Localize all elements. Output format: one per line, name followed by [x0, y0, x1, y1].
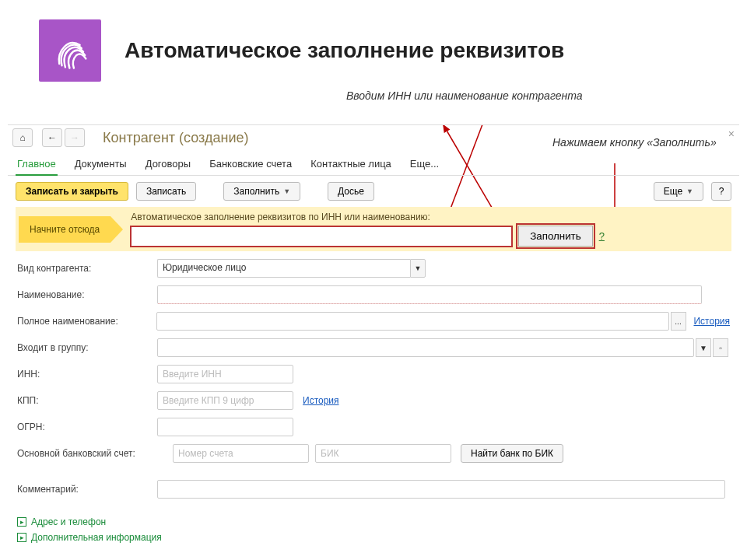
expand-icon: ▸	[17, 517, 26, 527]
fullname-history-link[interactable]: История	[693, 316, 730, 327]
tab-more[interactable]: Еще...	[409, 155, 440, 175]
fullname-input[interactable]	[156, 312, 668, 331]
ogrn-input[interactable]	[157, 418, 293, 436]
type-select[interactable]: Юридическое лицо	[157, 259, 410, 278]
type-label: Вид контрагента:	[17, 263, 157, 274]
type-caret-icon[interactable]: ▼	[410, 259, 426, 278]
expand-icon: ▸	[17, 533, 26, 542]
kpp-history-link[interactable]: История	[303, 395, 339, 406]
autofill-label: Автоматическое заполнение реквизитов по …	[131, 212, 724, 222]
fingerprint-icon	[49, 30, 92, 72]
kpp-input[interactable]	[157, 391, 293, 410]
comment-label: Комментарий:	[17, 484, 157, 495]
find-bank-button[interactable]: Найти банк по БИК	[461, 444, 563, 463]
forward-button[interactable]: →	[65, 128, 85, 147]
tabs: Главное Документы Договоры Банковские сч…	[8, 150, 739, 176]
fullname-label: Полное наименование:	[17, 316, 156, 327]
fullname-ellipsis-button[interactable]: ...	[671, 312, 686, 331]
dossier-button[interactable]: Досье	[328, 182, 374, 201]
inn-input[interactable]	[157, 365, 293, 383]
write-close-button[interactable]: Записать и закрыть	[16, 182, 128, 201]
comment-input[interactable]	[157, 480, 725, 499]
start-here-label: Начните отсюда	[19, 216, 110, 243]
tab-bank[interactable]: Банковские счета	[208, 155, 293, 175]
help-button[interactable]: ?	[711, 182, 731, 201]
tab-contracts[interactable]: Договоры	[144, 155, 192, 175]
group-open-button[interactable]: ▫	[713, 338, 728, 357]
arrow-right-icon	[110, 216, 123, 243]
tab-contacts[interactable]: Контактные лица	[309, 155, 393, 175]
group-input[interactable]	[157, 338, 694, 357]
tab-documents[interactable]: Документы	[73, 155, 128, 175]
caret-down-icon: ▼	[283, 187, 290, 195]
expand-address[interactable]: ▸ Адрес и телефон	[8, 514, 739, 530]
bank-label: Основной банковский счет:	[17, 448, 173, 459]
group-label: Входит в группу:	[17, 342, 157, 353]
autofill-input[interactable]	[131, 226, 512, 247]
fill-dropdown-button[interactable]: Заполнить▼	[223, 182, 300, 201]
name-input[interactable]	[157, 285, 702, 304]
expand-extra[interactable]: ▸ Дополнительная информация	[8, 530, 739, 545]
caret-down-icon: ▼	[686, 187, 693, 195]
close-icon[interactable]: ×	[728, 128, 735, 140]
tab-main[interactable]: Главное	[16, 155, 58, 176]
ogrn-label: ОГРН:	[17, 422, 157, 432]
more-button[interactable]: Еще▼	[654, 182, 703, 201]
home-button[interactable]: ⌂	[12, 128, 33, 147]
logo	[39, 19, 101, 82]
autofill-help-link[interactable]: ?	[599, 230, 605, 242]
bik-input[interactable]	[315, 444, 451, 463]
page-heading: Автоматическое заполнение реквизитов	[124, 38, 564, 63]
name-label: Наименование:	[17, 289, 157, 300]
annotation-input: Вводим ИНН или наименование контрагента	[346, 89, 582, 102]
inn-label: ИНН:	[17, 369, 157, 380]
group-caret-button[interactable]: ▼	[696, 338, 711, 357]
window-title: Контрагент (создание)	[103, 130, 248, 146]
write-button[interactable]: Записать	[136, 182, 196, 201]
autofill-button[interactable]: Заполнить	[518, 226, 592, 247]
autofill-bar: Начните отсюда Автоматическое заполнение…	[16, 207, 731, 251]
back-button[interactable]: ←	[42, 128, 62, 147]
account-input[interactable]	[173, 444, 309, 463]
kpp-label: КПП:	[17, 395, 157, 406]
